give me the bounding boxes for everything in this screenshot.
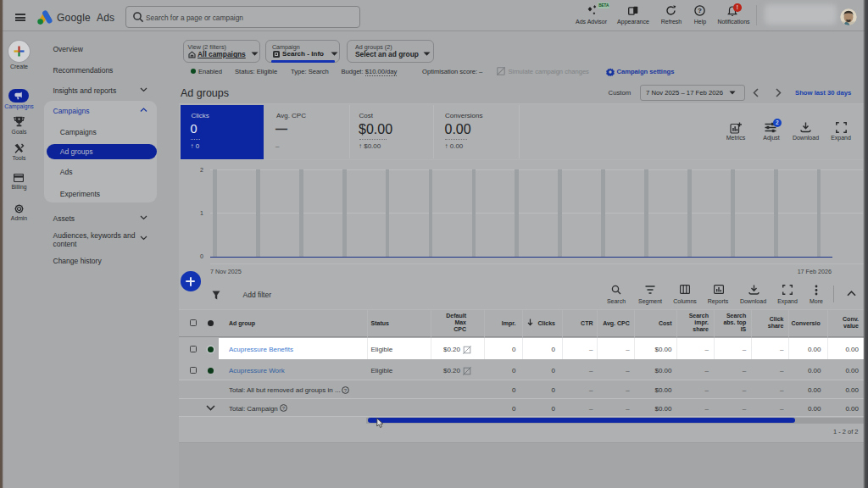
svg-text:?: ? bbox=[698, 7, 702, 14]
svg-text:?: ? bbox=[281, 406, 285, 411]
svg-text:?: ? bbox=[343, 387, 347, 392]
